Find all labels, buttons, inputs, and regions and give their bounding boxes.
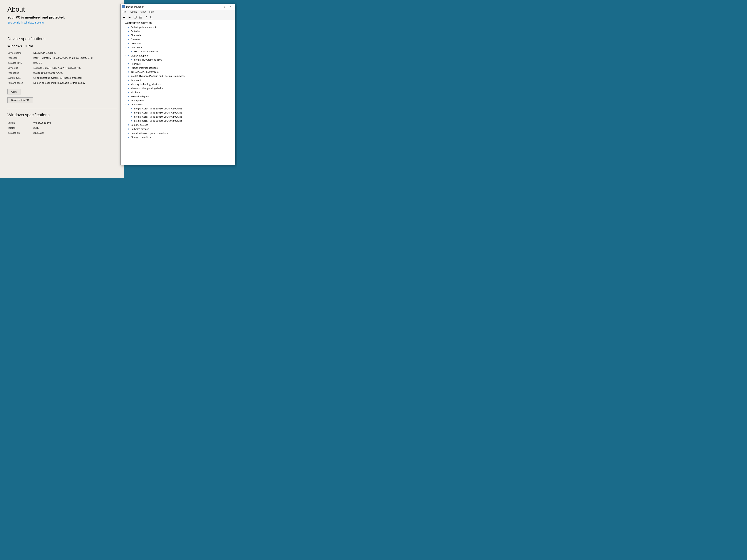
tree-item[interactable]: › ■ Software devices xyxy=(121,127,235,131)
tree-item[interactable]: › ■ Memory technology devices xyxy=(121,82,235,86)
security-link[interactable]: See details in Windows Security xyxy=(7,21,44,24)
spec-value: DESKTOP-GJLTBR3 xyxy=(33,50,117,55)
root-label: DESKTOP-GJLTBR3 xyxy=(128,22,152,24)
device-tree[interactable]: ▾ DESKTOP-GJLTBR3 › ■ Audio inputs and o… xyxy=(121,20,235,165)
expand-icon: › xyxy=(124,136,127,138)
tree-item[interactable]: › ■ Security devices xyxy=(121,123,235,127)
tree-item[interactable]: › ■ Storage controllers xyxy=(121,135,235,139)
item-icon: ■ xyxy=(127,99,130,102)
item-label: Intel(R) Core(TM) i3-5005U CPU @ 2.00GHz xyxy=(134,107,182,110)
tree-item[interactable]: › ■ Intel(R) Dynamic Platform and Therma… xyxy=(121,74,235,78)
menu-file[interactable]: File xyxy=(121,10,128,14)
item-label: Audio inputs and outputs xyxy=(131,26,157,28)
item-label: Sound, video and game controllers xyxy=(131,132,168,134)
tree-item[interactable]: ■ Intel(R) Core(TM) i3-5005U CPU @ 2.00G… xyxy=(121,106,235,111)
win-spec-label: Edition xyxy=(7,121,33,125)
tree-item[interactable]: › ■ Keyboards xyxy=(121,78,235,82)
item-label: Security devices xyxy=(131,124,148,126)
tree-item[interactable]: › ■ Network adapters xyxy=(121,94,235,98)
svg-rect-7 xyxy=(139,16,142,18)
tree-item[interactable]: ■ Intel(R) Core(TM) i3-5005U CPU @ 2.00G… xyxy=(121,111,235,115)
item-label: Network adapters xyxy=(131,95,150,98)
device-manager-window: Device Manager — □ ✕ File Action View He… xyxy=(121,4,235,165)
item-label: IDE ATA/ATAPI controllers xyxy=(131,71,159,73)
expand-icon: › xyxy=(124,99,127,102)
spec-value: 8,00 GB xyxy=(33,60,117,65)
tree-item[interactable]: › ■ Audio inputs and outputs xyxy=(121,25,235,29)
item-icon: ■ xyxy=(127,26,130,28)
tree-item[interactable]: › ■ Sound, video and game controllers xyxy=(121,131,235,135)
tree-item[interactable]: ■ SPCC Solid State Disk xyxy=(121,49,235,54)
list-button[interactable] xyxy=(138,15,143,20)
item-label: Human Interface Devices xyxy=(131,66,158,69)
computer-icon xyxy=(125,22,128,24)
tree-item[interactable]: › ■ Batteries xyxy=(121,29,235,33)
item-label: Intel(R) Dynamic Platform and Thermal Fr… xyxy=(131,75,185,77)
menubar: File Action View Help xyxy=(121,10,235,14)
svg-rect-12 xyxy=(125,22,128,24)
item-icon: ■ xyxy=(127,87,130,90)
maximize-button[interactable]: □ xyxy=(222,5,227,9)
expand-icon: › xyxy=(124,30,127,33)
tree-item[interactable]: ■ Intel(R) Core(TM) i3-5005U CPU @ 2.00G… xyxy=(121,115,235,119)
spec-label: Pen and touch xyxy=(7,80,33,85)
tree-item[interactable]: › ■ Firmware xyxy=(121,62,235,66)
item-label: Intel(R) HD Graphics 5500 xyxy=(134,58,162,61)
tree-item[interactable]: › ■ Computer xyxy=(121,41,235,45)
item-icon: ■ xyxy=(130,58,133,61)
item-label: Bluetooth xyxy=(131,34,141,37)
close-button[interactable]: ✕ xyxy=(228,5,234,9)
tree-item[interactable]: › ■ Human Interface Devices xyxy=(121,66,235,70)
minimize-button[interactable]: — xyxy=(215,5,221,9)
spec-label: Installed RAM xyxy=(7,60,33,65)
expand-icon: › xyxy=(124,42,127,45)
tree-item[interactable]: › ■ Bluetooth xyxy=(121,33,235,37)
expand-icon: › xyxy=(124,62,127,65)
item-icon: ■ xyxy=(127,62,130,65)
expand-icon: › xyxy=(124,75,127,77)
item-label: Monitors xyxy=(131,91,140,94)
menu-help[interactable]: Help xyxy=(148,10,156,14)
item-icon: ■ xyxy=(130,107,133,110)
item-label: Storage controllers xyxy=(131,136,151,138)
item-label: Batteries xyxy=(131,30,140,33)
back-button[interactable]: ◀ xyxy=(121,15,127,20)
menu-view[interactable]: View xyxy=(138,10,148,14)
item-label: Intel(R) Core(TM) i3-5005U CPU @ 2.00GHz xyxy=(134,119,182,122)
svg-rect-10 xyxy=(150,16,153,18)
expand-icon: › xyxy=(124,132,127,134)
about-title: About xyxy=(7,5,117,14)
copy-button[interactable]: Copy xyxy=(7,89,21,95)
tree-item[interactable]: ▾ ■ Processors xyxy=(121,102,235,106)
tree-item[interactable]: › ■ IDE ATA/ATAPI controllers xyxy=(121,70,235,74)
expand-icon: › xyxy=(124,91,127,94)
device-specs-table: Device nameDESKTOP-GJLTBR3ProcessorIntel… xyxy=(7,50,117,85)
item-icon: ■ xyxy=(127,83,130,85)
tree-item[interactable]: › ■ Mice and other pointing devices xyxy=(121,86,235,90)
tree-item[interactable]: › ■ Monitors xyxy=(121,90,235,94)
divider2 xyxy=(7,109,117,109)
menu-action[interactable]: Action xyxy=(128,10,138,14)
monitor-button[interactable] xyxy=(149,15,154,20)
spec-value: Intel(R) Core(TM) i3-5005U CPU @ 2.00GHz… xyxy=(33,55,117,60)
computer-button[interactable] xyxy=(132,15,138,20)
expand-icon: ▾ xyxy=(124,54,127,57)
tree-item[interactable]: › ■ Cameras xyxy=(121,37,235,41)
win-spec-label: Installed on xyxy=(7,130,33,135)
tree-item[interactable]: ▾ ■ Display adapters xyxy=(121,54,235,58)
spec-row: ProcessorIntel(R) Core(TM) i3-5005U CPU … xyxy=(7,55,117,60)
forward-button[interactable]: ▶ xyxy=(127,15,132,20)
tree-root[interactable]: ▾ DESKTOP-GJLTBR3 xyxy=(121,21,235,25)
help-button[interactable]: ? xyxy=(144,15,149,20)
item-label: Display adapters xyxy=(131,54,149,57)
item-label: Memory technology devices xyxy=(131,83,160,85)
spec-label: Device name xyxy=(7,50,33,55)
tree-item[interactable]: ▾ ■ Disk drives xyxy=(121,45,235,49)
tree-item[interactable]: ■ Intel(R) Core(TM) i3-5005U CPU @ 2.00G… xyxy=(121,119,235,123)
item-label: Intel(R) Core(TM) i3-5005U CPU @ 2.00GHz xyxy=(134,111,182,114)
tree-item[interactable]: ■ Intel(R) HD Graphics 5500 xyxy=(121,58,235,62)
tree-item[interactable]: › ■ Print queues xyxy=(121,98,235,102)
win-spec-value: 21.4.2024 xyxy=(33,130,117,135)
item-icon: ■ xyxy=(127,103,130,106)
rename-button[interactable]: Rename this PC xyxy=(7,98,33,103)
